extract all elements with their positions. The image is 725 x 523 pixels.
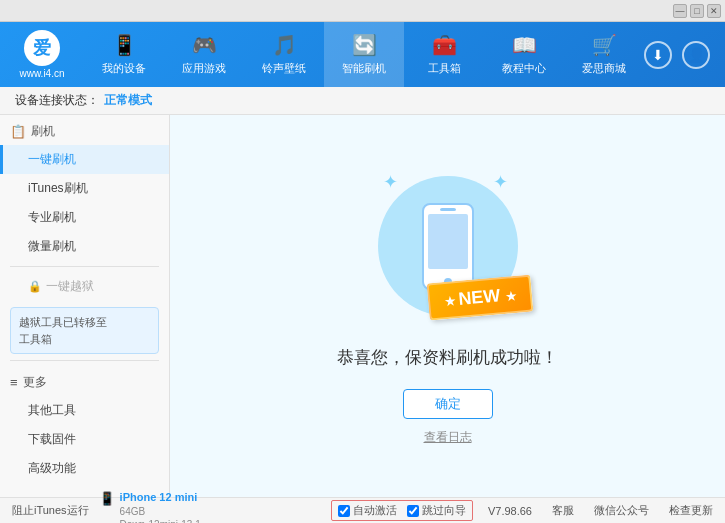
bottom-bar: 阻止iTunes运行 📱 iPhone 12 mini 64GB Down-12… [0,497,725,523]
confirm-button[interactable]: 确定 [403,389,493,419]
logo-url: www.i4.cn [19,68,64,79]
lock-icon: 🔒 [28,280,42,293]
new-badge: NEW [427,275,534,321]
skip-wizard-input[interactable] [407,505,419,517]
device-storage: 64GB [120,505,201,518]
status-value: 正常模式 [104,92,152,109]
status-label: 设备连接状态： [15,92,99,109]
update-link[interactable]: 检查更新 [669,503,713,518]
nav-bar: 📱 我的设备 🎮 应用游戏 🎵 铃声壁纸 🔄 智能刷机 🧰 工具箱 📖 教程中心… [84,22,644,87]
main-area: 📋 刷机 一键刷机 iTunes刷机 专业刷机 微量刷机 🔒 一键越狱 越狱工具… [0,115,725,497]
content-area: ✦ ✦ NEW 恭喜您，保资料刷机成功啦！ 确定 查看日志 [170,115,725,497]
version-label: V7.98.66 [488,505,532,517]
nav-app-games[interactable]: 🎮 应用游戏 [164,22,244,87]
itunes-btn[interactable]: 阻止iTunes运行 [12,503,89,518]
skip-wizard-label: 跳过向导 [422,503,466,518]
sparkle-1-icon: ✦ [383,171,398,193]
sidebar-more-header: ≡ 更多 [0,366,169,396]
sidebar-divider-1 [10,266,159,267]
advanced-label: 高级功能 [28,461,76,475]
close-button[interactable]: ✕ [707,4,721,18]
svg-rect-1 [428,214,468,269]
nav-my-device-label: 我的设备 [102,61,146,76]
sidebar-item-pro-flash[interactable]: 专业刷机 [0,203,169,232]
sidebar-jailbreak-locked: 🔒 一键越狱 [0,272,169,301]
svg-rect-3 [440,208,456,211]
ringtones-icon: 🎵 [272,33,297,57]
minimize-button[interactable]: — [673,4,687,18]
phone-illustration: ✦ ✦ NEW [368,166,528,326]
one-key-flash-label: 一键刷机 [28,152,76,166]
nav-my-device[interactable]: 📱 我的设备 [84,22,164,87]
other-tools-label: 其他工具 [28,403,76,417]
auto-launch-input[interactable] [338,505,350,517]
sidebar: 📋 刷机 一键刷机 iTunes刷机 专业刷机 微量刷机 🔒 一键越狱 越狱工具… [0,115,170,497]
tutorials-icon: 📖 [512,33,537,57]
nav-toolbox[interactable]: 🧰 工具箱 [404,22,484,87]
logo-icon: 爱 [24,30,60,66]
nav-tutorials-label: 教程中心 [502,61,546,76]
logo-area[interactable]: 爱 www.i4.cn [0,30,84,79]
download-button[interactable]: ⬇ [644,41,672,69]
title-bar: — □ ✕ [0,0,725,22]
nav-ringtones[interactable]: 🎵 铃声壁纸 [244,22,324,87]
nav-tutorials[interactable]: 📖 教程中心 [484,22,564,87]
sidebar-item-one-key-flash[interactable]: 一键刷机 [0,145,169,174]
smart-flash-icon: 🔄 [352,33,377,57]
logo-text-icon: 爱 [33,36,51,60]
header: 爱 www.i4.cn 📱 我的设备 🎮 应用游戏 🎵 铃声壁纸 🔄 智能刷机 … [0,22,725,87]
jailbreak-note-text: 越狱工具已转移至工具箱 [19,316,107,345]
sidebar-item-advanced[interactable]: 高级功能 [0,454,169,483]
flash-section-label: 刷机 [31,123,55,140]
bottom-device: 📱 iPhone 12 mini 64GB Down-12mini-13,1 [99,490,331,523]
itunes-flash-label: iTunes刷机 [28,181,88,195]
store-icon: 🛒 [592,33,617,57]
sidebar-item-itunes-flash[interactable]: iTunes刷机 [0,174,169,203]
sidebar-item-micro-flash[interactable]: 微量刷机 [0,232,169,261]
sparkle-2-icon: ✦ [493,171,508,193]
bottom-status: V7.98.66 客服 微信公众号 检查更新 [488,503,713,518]
device-info: iPhone 12 mini 64GB Down-12mini-13,1 [120,490,201,523]
jailbreak-note: 越狱工具已转移至工具箱 [10,307,159,354]
success-text: 恭喜您，保资料刷机成功啦！ [337,346,558,369]
sidebar-flash-header: 📋 刷机 [0,115,169,145]
more-section-icon: ≡ [10,375,18,390]
nav-store[interactable]: 🛒 爱思商城 [564,22,644,87]
new-badge-text: NEW [458,285,502,309]
nav-app-games-label: 应用游戏 [182,61,226,76]
back-to-home-link[interactable]: 查看日志 [424,429,472,446]
nav-toolbox-label: 工具箱 [428,61,461,76]
device-model: Down-12mini-13,1 [120,518,201,523]
toolbox-icon: 🧰 [432,33,457,57]
nav-ringtones-label: 铃声壁纸 [262,61,306,76]
sidebar-divider-2 [10,360,159,361]
account-button[interactable]: 👤 [682,41,710,69]
support-link[interactable]: 客服 [552,503,574,518]
app-games-icon: 🎮 [192,33,217,57]
device-name: iPhone 12 mini [120,490,201,504]
bottom-checkboxes: 自动激活 跳过向导 [331,500,473,521]
status-bar: 设备连接状态： 正常模式 [0,87,725,115]
jailbreak-locked-label: 一键越狱 [46,278,94,295]
more-section-label: 更多 [23,374,47,391]
auto-launch-label: 自动激活 [353,503,397,518]
my-device-icon: 📱 [112,33,137,57]
nav-store-label: 爱思商城 [582,61,626,76]
download-firmware-label: 下载固件 [28,432,76,446]
auto-launch-checkbox[interactable]: 自动激活 [338,503,397,518]
maximize-button[interactable]: □ [690,4,704,18]
nav-smart-flash[interactable]: 🔄 智能刷机 [324,22,404,87]
micro-flash-label: 微量刷机 [28,239,76,253]
header-right: ⬇ 👤 [644,41,725,69]
device-phone-icon: 📱 [99,491,115,506]
sidebar-item-other-tools[interactable]: 其他工具 [0,396,169,425]
skip-wizard-checkbox[interactable]: 跳过向导 [407,503,466,518]
wechat-link[interactable]: 微信公众号 [594,503,649,518]
pro-flash-label: 专业刷机 [28,210,76,224]
flash-section-icon: 📋 [10,124,26,139]
sidebar-item-download-firmware[interactable]: 下载固件 [0,425,169,454]
nav-smart-flash-label: 智能刷机 [342,61,386,76]
